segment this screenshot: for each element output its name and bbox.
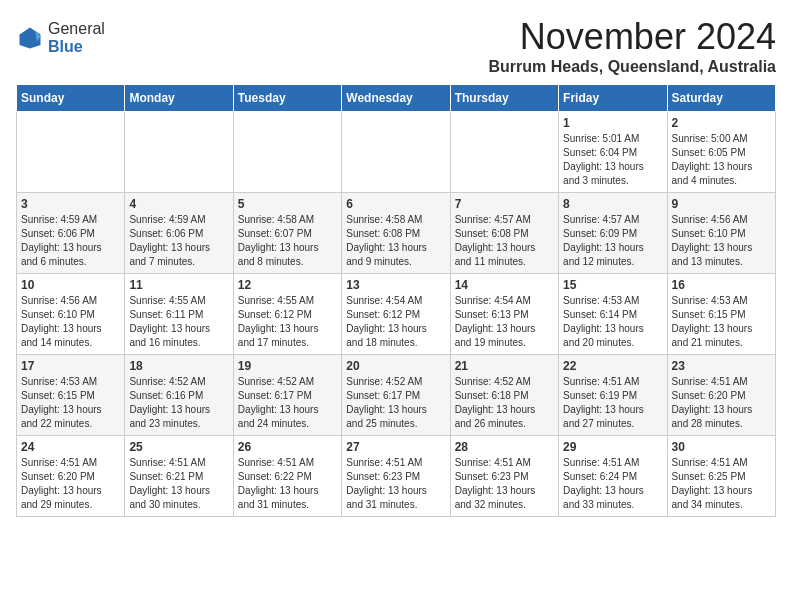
day-number: 21 (455, 359, 554, 373)
calendar-cell: 5Sunrise: 4:58 AM Sunset: 6:07 PM Daylig… (233, 193, 341, 274)
day-number: 27 (346, 440, 445, 454)
col-header-thursday: Thursday (450, 85, 558, 112)
day-number: 25 (129, 440, 228, 454)
day-info: Sunrise: 5:00 AM Sunset: 6:05 PM Dayligh… (672, 132, 771, 188)
calendar-cell: 21Sunrise: 4:52 AM Sunset: 6:18 PM Dayli… (450, 355, 558, 436)
calendar-cell: 30Sunrise: 4:51 AM Sunset: 6:25 PM Dayli… (667, 436, 775, 517)
day-info: Sunrise: 4:51 AM Sunset: 6:24 PM Dayligh… (563, 456, 662, 512)
day-number: 22 (563, 359, 662, 373)
calendar-cell: 1Sunrise: 5:01 AM Sunset: 6:04 PM Daylig… (559, 112, 667, 193)
day-number: 11 (129, 278, 228, 292)
calendar-cell: 25Sunrise: 4:51 AM Sunset: 6:21 PM Dayli… (125, 436, 233, 517)
day-info: Sunrise: 4:53 AM Sunset: 6:14 PM Dayligh… (563, 294, 662, 350)
calendar-cell: 7Sunrise: 4:57 AM Sunset: 6:08 PM Daylig… (450, 193, 558, 274)
day-info: Sunrise: 5:01 AM Sunset: 6:04 PM Dayligh… (563, 132, 662, 188)
day-info: Sunrise: 4:54 AM Sunset: 6:13 PM Dayligh… (455, 294, 554, 350)
col-header-sunday: Sunday (17, 85, 125, 112)
day-info: Sunrise: 4:51 AM Sunset: 6:19 PM Dayligh… (563, 375, 662, 431)
page-header: General Blue November 2024 Burrum Heads,… (16, 16, 776, 76)
day-info: Sunrise: 4:56 AM Sunset: 6:10 PM Dayligh… (21, 294, 120, 350)
calendar-cell (125, 112, 233, 193)
calendar-cell: 29Sunrise: 4:51 AM Sunset: 6:24 PM Dayli… (559, 436, 667, 517)
day-number: 2 (672, 116, 771, 130)
calendar-cell: 2Sunrise: 5:00 AM Sunset: 6:05 PM Daylig… (667, 112, 775, 193)
calendar-cell (233, 112, 341, 193)
day-info: Sunrise: 4:55 AM Sunset: 6:11 PM Dayligh… (129, 294, 228, 350)
day-info: Sunrise: 4:51 AM Sunset: 6:21 PM Dayligh… (129, 456, 228, 512)
calendar-cell: 23Sunrise: 4:51 AM Sunset: 6:20 PM Dayli… (667, 355, 775, 436)
day-info: Sunrise: 4:58 AM Sunset: 6:07 PM Dayligh… (238, 213, 337, 269)
day-number: 20 (346, 359, 445, 373)
day-number: 8 (563, 197, 662, 211)
calendar-table: SundayMondayTuesdayWednesdayThursdayFrid… (16, 84, 776, 517)
day-number: 28 (455, 440, 554, 454)
calendar-cell: 18Sunrise: 4:52 AM Sunset: 6:16 PM Dayli… (125, 355, 233, 436)
day-info: Sunrise: 4:59 AM Sunset: 6:06 PM Dayligh… (129, 213, 228, 269)
col-header-wednesday: Wednesday (342, 85, 450, 112)
logo: General Blue (16, 20, 105, 55)
day-info: Sunrise: 4:56 AM Sunset: 6:10 PM Dayligh… (672, 213, 771, 269)
calendar-cell: 3Sunrise: 4:59 AM Sunset: 6:06 PM Daylig… (17, 193, 125, 274)
day-number: 19 (238, 359, 337, 373)
day-number: 4 (129, 197, 228, 211)
day-number: 14 (455, 278, 554, 292)
calendar-cell: 26Sunrise: 4:51 AM Sunset: 6:22 PM Dayli… (233, 436, 341, 517)
day-info: Sunrise: 4:51 AM Sunset: 6:22 PM Dayligh… (238, 456, 337, 512)
day-info: Sunrise: 4:53 AM Sunset: 6:15 PM Dayligh… (672, 294, 771, 350)
day-number: 3 (21, 197, 120, 211)
calendar-cell: 4Sunrise: 4:59 AM Sunset: 6:06 PM Daylig… (125, 193, 233, 274)
calendar-cell: 14Sunrise: 4:54 AM Sunset: 6:13 PM Dayli… (450, 274, 558, 355)
day-info: Sunrise: 4:52 AM Sunset: 6:17 PM Dayligh… (238, 375, 337, 431)
day-number: 7 (455, 197, 554, 211)
day-number: 26 (238, 440, 337, 454)
day-info: Sunrise: 4:51 AM Sunset: 6:25 PM Dayligh… (672, 456, 771, 512)
calendar-week-5: 24Sunrise: 4:51 AM Sunset: 6:20 PM Dayli… (17, 436, 776, 517)
day-info: Sunrise: 4:51 AM Sunset: 6:23 PM Dayligh… (455, 456, 554, 512)
col-header-tuesday: Tuesday (233, 85, 341, 112)
logo-blue: Blue (48, 38, 105, 56)
calendar-cell: 8Sunrise: 4:57 AM Sunset: 6:09 PM Daylig… (559, 193, 667, 274)
calendar-cell: 24Sunrise: 4:51 AM Sunset: 6:20 PM Dayli… (17, 436, 125, 517)
day-info: Sunrise: 4:52 AM Sunset: 6:16 PM Dayligh… (129, 375, 228, 431)
day-number: 18 (129, 359, 228, 373)
calendar-cell: 9Sunrise: 4:56 AM Sunset: 6:10 PM Daylig… (667, 193, 775, 274)
calendar-cell (342, 112, 450, 193)
logo-general: General (48, 20, 105, 38)
day-info: Sunrise: 4:57 AM Sunset: 6:09 PM Dayligh… (563, 213, 662, 269)
location-title: Burrum Heads, Queensland, Australia (489, 58, 776, 76)
day-info: Sunrise: 4:54 AM Sunset: 6:12 PM Dayligh… (346, 294, 445, 350)
calendar-cell (17, 112, 125, 193)
calendar-cell: 13Sunrise: 4:54 AM Sunset: 6:12 PM Dayli… (342, 274, 450, 355)
calendar-cell: 27Sunrise: 4:51 AM Sunset: 6:23 PM Dayli… (342, 436, 450, 517)
calendar-week-1: 1Sunrise: 5:01 AM Sunset: 6:04 PM Daylig… (17, 112, 776, 193)
day-info: Sunrise: 4:59 AM Sunset: 6:06 PM Dayligh… (21, 213, 120, 269)
day-info: Sunrise: 4:51 AM Sunset: 6:20 PM Dayligh… (21, 456, 120, 512)
calendar-cell: 19Sunrise: 4:52 AM Sunset: 6:17 PM Dayli… (233, 355, 341, 436)
title-section: November 2024 Burrum Heads, Queensland, … (489, 16, 776, 76)
calendar-cell (450, 112, 558, 193)
day-number: 30 (672, 440, 771, 454)
day-number: 5 (238, 197, 337, 211)
col-header-saturday: Saturday (667, 85, 775, 112)
logo-icon (16, 24, 44, 52)
calendar-cell: 17Sunrise: 4:53 AM Sunset: 6:15 PM Dayli… (17, 355, 125, 436)
day-info: Sunrise: 4:53 AM Sunset: 6:15 PM Dayligh… (21, 375, 120, 431)
day-number: 17 (21, 359, 120, 373)
logo-text: General Blue (48, 20, 105, 55)
day-number: 24 (21, 440, 120, 454)
day-info: Sunrise: 4:57 AM Sunset: 6:08 PM Dayligh… (455, 213, 554, 269)
day-number: 10 (21, 278, 120, 292)
calendar-cell: 28Sunrise: 4:51 AM Sunset: 6:23 PM Dayli… (450, 436, 558, 517)
calendar-cell: 22Sunrise: 4:51 AM Sunset: 6:19 PM Dayli… (559, 355, 667, 436)
calendar-cell: 15Sunrise: 4:53 AM Sunset: 6:14 PM Dayli… (559, 274, 667, 355)
calendar-cell: 6Sunrise: 4:58 AM Sunset: 6:08 PM Daylig… (342, 193, 450, 274)
calendar-week-4: 17Sunrise: 4:53 AM Sunset: 6:15 PM Dayli… (17, 355, 776, 436)
day-number: 16 (672, 278, 771, 292)
day-info: Sunrise: 4:51 AM Sunset: 6:20 PM Dayligh… (672, 375, 771, 431)
day-info: Sunrise: 4:52 AM Sunset: 6:17 PM Dayligh… (346, 375, 445, 431)
month-title: November 2024 (489, 16, 776, 58)
day-info: Sunrise: 4:52 AM Sunset: 6:18 PM Dayligh… (455, 375, 554, 431)
calendar-cell: 16Sunrise: 4:53 AM Sunset: 6:15 PM Dayli… (667, 274, 775, 355)
col-header-friday: Friday (559, 85, 667, 112)
col-header-monday: Monday (125, 85, 233, 112)
